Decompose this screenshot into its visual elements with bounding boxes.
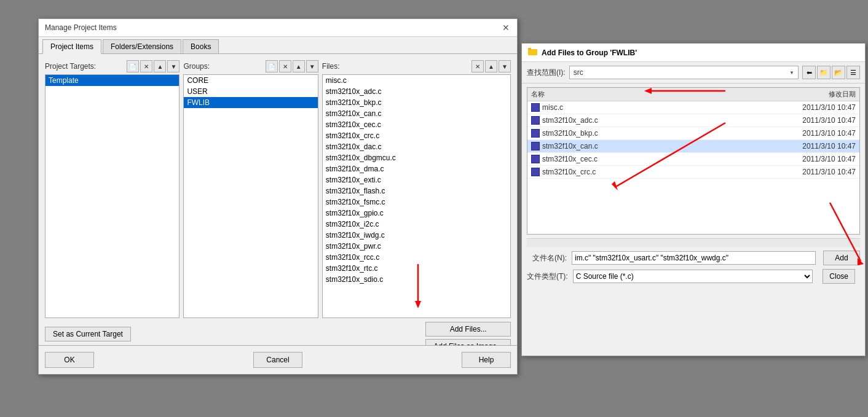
nav-buttons: ⬅ 📁 📂 ☰ xyxy=(802,66,860,79)
add-button[interactable]: Add xyxy=(823,251,860,265)
file-browser-row[interactable]: stm32f10x_crc.c 2011/3/10 10:47 xyxy=(527,166,859,179)
file-item[interactable]: stm32f10x_can.c xyxy=(323,108,510,119)
manage-body: Project Targets: 📄 ✕ ▲ ▼ Template Groups… xyxy=(39,54,517,360)
files-up-btn[interactable]: ▲ xyxy=(485,60,497,72)
group-item-core[interactable]: CORE xyxy=(184,75,317,86)
file-item[interactable]: stm32f10x_gpio.c xyxy=(323,208,510,219)
groups-new-btn[interactable]: 📄 xyxy=(266,60,278,72)
groups-panel: Groups: 📄 ✕ ▲ ▼ CORE USER FWLIB xyxy=(183,60,318,318)
file-browser-row[interactable]: stm32f10x_bkp.c 2011/3/10 10:47 xyxy=(527,127,859,140)
browser-file-date: 2011/3/10 10:47 xyxy=(770,155,856,163)
nav-new-folder-btn[interactable]: 📂 xyxy=(832,66,845,79)
filename-input[interactable] xyxy=(572,251,816,265)
file-item[interactable]: stm32f10x_adc.c xyxy=(323,86,510,97)
set-target-button[interactable]: Set as Current Target xyxy=(45,327,131,341)
ok-button[interactable]: OK xyxy=(45,352,94,368)
groups-down-btn[interactable]: ▼ xyxy=(306,60,318,72)
file-type-icon xyxy=(531,129,540,138)
target-item-template[interactable]: Template xyxy=(45,75,179,86)
filetype-row: 文件类型(T): C Source file (*.c) Close xyxy=(527,269,860,284)
file-item[interactable]: stm32f10x_pwr.c xyxy=(323,241,510,252)
search-label: 查找范围(I): xyxy=(527,68,566,78)
groups-delete-btn[interactable]: ✕ xyxy=(279,60,291,72)
file-item[interactable]: stm32f10x_rtc.c xyxy=(323,263,510,274)
combo-arrow-icon: ▼ xyxy=(789,70,794,76)
targets-up-btn[interactable]: ▲ xyxy=(154,60,166,72)
file-item[interactable]: stm32f10x_dac.c xyxy=(323,141,510,152)
file-item[interactable]: stm32f10x_exti.c xyxy=(323,174,510,185)
browser-file-date: 2011/3/10 10:47 xyxy=(770,116,856,125)
manage-close-button[interactable]: ✕ xyxy=(501,23,511,33)
tab-project-items[interactable]: Project Items xyxy=(42,39,101,54)
file-item[interactable]: stm32f10x_iwdg.c xyxy=(323,230,510,241)
files-toolbar: ✕ ▲ ▼ xyxy=(471,60,511,72)
manage-titlebar: Manage Project Items ✕ xyxy=(39,19,517,37)
add-files-dialog: Add Files to Group 'FWLIB' 查找范围(I): src … xyxy=(521,43,866,356)
files-label: Files: xyxy=(322,62,340,71)
groups-label: Groups: xyxy=(183,62,210,71)
file-item[interactable]: stm32f10x_rcc.c xyxy=(323,252,510,263)
file-browser-row[interactable]: misc.c 2011/3/10 10:47 xyxy=(527,101,859,114)
close-button[interactable]: Close xyxy=(823,269,855,284)
file-type-icon xyxy=(531,155,540,163)
add-files-button[interactable]: Add Files... xyxy=(425,322,511,337)
horizontal-scrollbar[interactable] xyxy=(527,238,860,247)
columns-area: Project Targets: 📄 ✕ ▲ ▼ Template Groups… xyxy=(45,60,511,318)
nav-back-btn[interactable]: ⬅ xyxy=(802,66,816,79)
tab-books[interactable]: Books xyxy=(183,39,219,53)
browser-file-name: stm32f10x_cec.c xyxy=(542,155,767,163)
file-browser-row[interactable]: stm32f10x_cec.c 2011/3/10 10:47 xyxy=(527,153,859,166)
group-item-fwlib[interactable]: FWLIB xyxy=(184,97,317,108)
targets-label: Project Targets: xyxy=(45,62,96,71)
path-text: src xyxy=(574,68,583,77)
file-item[interactable]: stm32f10x_fsmc.c xyxy=(323,197,510,208)
browser-file-date: 2011/3/10 10:47 xyxy=(770,142,856,150)
files-delete-btn[interactable]: ✕ xyxy=(471,60,484,72)
file-item[interactable]: stm32f10x_dma.c xyxy=(323,163,510,174)
filetype-select[interactable]: C Source file (*.c) xyxy=(573,270,813,283)
files-header: Files: ✕ ▲ ▼ xyxy=(322,60,511,72)
groups-up-btn[interactable]: ▲ xyxy=(293,60,305,72)
file-item[interactable]: stm32f10x_crc.c xyxy=(323,130,510,141)
file-browser: 名称 修改日期 misc.c 2011/3/10 10:47 stm32f10x… xyxy=(527,87,860,235)
groups-list: CORE USER FWLIB xyxy=(183,74,318,318)
file-type-icon xyxy=(531,142,540,150)
file-item[interactable]: stm32f10x_sdio.c xyxy=(323,274,510,285)
manage-title: Manage Project Items xyxy=(45,23,117,32)
header-date: 修改日期 xyxy=(770,90,856,99)
add-toolbar: 查找范围(I): src ▼ ⬅ 📁 📂 ☰ xyxy=(522,62,865,84)
file-item[interactable]: stm32f10x_i2c.c xyxy=(323,219,510,230)
file-list-header: 名称 修改日期 xyxy=(527,88,859,101)
file-item[interactable]: misc.c xyxy=(323,75,510,86)
file-item[interactable]: stm32f10x_cec.c xyxy=(323,119,510,130)
file-browser-row[interactable]: stm32f10x_can.c 2011/3/10 10:47 xyxy=(527,140,859,153)
browser-file-date: 2011/3/10 10:47 xyxy=(770,168,856,176)
file-type-icon xyxy=(531,116,540,125)
targets-new-btn[interactable]: 📄 xyxy=(127,60,139,72)
browser-file-name: stm32f10x_adc.c xyxy=(542,116,767,125)
manage-footer: OK Cancel Help xyxy=(39,345,517,374)
help-button[interactable]: Help xyxy=(462,352,511,368)
manage-tabs: Project Items Folders/Extensions Books xyxy=(39,37,517,54)
nav-up-btn[interactable]: 📁 xyxy=(817,66,831,79)
file-item[interactable]: stm32f10x_flash.c xyxy=(323,185,510,197)
add-dialog-titlebar: Add Files to Group 'FWLIB' xyxy=(522,44,865,62)
file-item[interactable]: stm32f10x_bkp.c xyxy=(323,97,510,108)
targets-down-btn[interactable]: ▼ xyxy=(167,60,180,72)
path-combo[interactable]: src ▼ xyxy=(569,66,799,79)
nav-view-btn[interactable]: ☰ xyxy=(846,66,860,79)
file-browser-row[interactable]: stm32f10x_adc.c 2011/3/10 10:47 xyxy=(527,114,859,127)
targets-delete-btn[interactable]: ✕ xyxy=(140,60,152,72)
cancel-button[interactable]: Cancel xyxy=(253,352,302,368)
files-down-btn[interactable]: ▼ xyxy=(499,60,511,72)
file-type-icon xyxy=(531,103,540,112)
header-name: 名称 xyxy=(531,90,770,99)
tab-folders-extensions[interactable]: Folders/Extensions xyxy=(103,39,181,53)
groups-toolbar: 📄 ✕ ▲ ▼ xyxy=(266,60,318,72)
file-type-icon xyxy=(531,168,540,176)
file-item[interactable]: stm32f10x_dbgmcu.c xyxy=(323,152,510,163)
add-folder-icon xyxy=(528,47,538,58)
group-item-user[interactable]: USER xyxy=(184,86,317,97)
svg-rect-2 xyxy=(528,48,531,50)
files-list: misc.cstm32f10x_adc.cstm32f10x_bkp.cstm3… xyxy=(322,74,511,318)
